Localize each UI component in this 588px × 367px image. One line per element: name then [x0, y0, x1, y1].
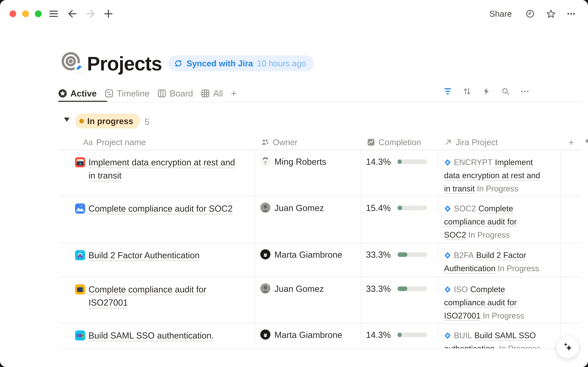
project-name-link[interactable]: Complete compliance audit for ISO27001	[89, 283, 242, 309]
automations-icon[interactable]	[482, 87, 491, 96]
more-columns-indicator[interactable]	[586, 139, 588, 143]
column-header-owner[interactable]: Owner	[255, 135, 361, 150]
completion-cell: 14.3%	[361, 150, 438, 167]
owner-avatar	[260, 284, 270, 293]
history-clock-icon[interactable]	[526, 9, 535, 18]
close-window-button[interactable]	[9, 10, 16, 17]
sync-time: 10 hours ago	[257, 58, 306, 68]
jira-project-cell: B2FABuild 2 Factor AuthenticationIn Prog…	[438, 243, 561, 277]
completion-bar	[398, 252, 427, 257]
notion-window: Share Projects Synced with Jira 10 hours…	[0, 0, 588, 367]
project-name-cell: Build 2 Factor Authentication	[58, 243, 255, 277]
column-header-project-name[interactable]: Aa Project name	[58, 135, 255, 150]
project-icon[interactable]	[75, 284, 85, 294]
jira-status: In Progress	[498, 264, 539, 273]
group-label: In progress	[87, 116, 133, 126]
owner-cell: Juan Gomez	[255, 196, 361, 243]
jira-icon	[444, 330, 451, 337]
sync-arrows-icon	[174, 59, 182, 68]
tab-active[interactable]: Active	[58, 88, 97, 99]
table-row: Build SAML SSO authentication. Marta Gia…	[58, 323, 582, 349]
owner-name: Juan Gomez	[274, 203, 324, 213]
owner-cell: Marta Giambrone	[255, 323, 361, 348]
jira-key: ISO	[454, 285, 468, 294]
jira-project-link[interactable]: BUILBuild SAML SSO authentication.In Pro…	[444, 329, 542, 348]
project-name-cell: Build SAML SSO authentication.	[58, 323, 255, 348]
jira-icon	[444, 284, 451, 291]
jira-badge-icon	[75, 63, 84, 73]
completion-percent: 33.3%	[366, 250, 391, 260]
page-title[interactable]: Projects	[87, 52, 162, 75]
owner-avatar	[260, 156, 270, 167]
tab-all[interactable]: All	[201, 88, 223, 99]
back-icon[interactable]	[68, 9, 77, 18]
page-icon-target[interactable]	[61, 52, 84, 75]
completion-bar	[398, 286, 427, 291]
jira-project-link[interactable]: ISOComplete compliance audit for ISO2700…	[444, 283, 542, 322]
owner-avatar	[260, 249, 270, 259]
owner-name: Marta Giambrone	[274, 249, 342, 260]
owner-avatar	[260, 203, 270, 213]
add-view-button[interactable]: +	[231, 89, 237, 98]
minimize-window-button[interactable]	[22, 10, 29, 17]
completion-percent: 14.3%	[366, 330, 391, 340]
column-header-jira-project[interactable]: Jira Project	[438, 135, 561, 150]
completion-percent: 15.4%	[366, 203, 391, 213]
status-dot-icon	[79, 119, 84, 123]
table-header-row: Aa Project name Owner Completion Jira P	[58, 135, 582, 150]
completion-bar	[398, 333, 427, 337]
jira-project-cell: BUILBuild SAML SSO authentication.In Pro…	[438, 323, 561, 348]
jira-project-link[interactable]: B2FABuild 2 Factor AuthenticationIn Prog…	[444, 249, 542, 275]
zoom-window-button[interactable]	[35, 10, 42, 17]
group-count: 5	[145, 117, 149, 127]
sidebar-menu-icon[interactable]	[49, 9, 58, 18]
jira-project-cell: ENCRYPTImplement data encryption at rest…	[438, 150, 561, 196]
jira-sync-badge[interactable]: Synced with Jira 10 hours ago	[168, 55, 314, 71]
filter-icon[interactable]	[443, 87, 452, 96]
owner-cell: Juan Gomez	[255, 277, 361, 323]
favorite-star-icon[interactable]	[546, 9, 555, 18]
jira-status: In Progress	[477, 184, 518, 193]
window-more-icon[interactable]	[567, 9, 576, 18]
group-status-badge[interactable]: In progress	[75, 114, 140, 129]
share-button[interactable]: Share	[489, 9, 512, 19]
sort-icon[interactable]	[463, 87, 472, 96]
jira-project-cell: SOC2Complete compliance audit for SOC2In…	[438, 196, 561, 243]
project-icon[interactable]	[75, 157, 85, 167]
owner-cell: Marta Giambrone	[255, 243, 361, 277]
jira-status: In Progress	[468, 230, 510, 239]
jira-project-link[interactable]: ENCRYPTImplement data encryption at rest…	[444, 156, 542, 195]
jira-key: B2FA	[454, 251, 474, 260]
table-row: Complete compliance audit for ISO27001 J…	[58, 277, 582, 323]
project-name-link[interactable]: Build 2 Factor Authentication	[89, 249, 242, 262]
project-name-link[interactable]: Build SAML SSO authentication.	[89, 329, 242, 342]
ai-assistant-button[interactable]	[556, 336, 579, 359]
forward-icon[interactable]	[86, 9, 95, 18]
project-icon[interactable]	[75, 330, 85, 341]
owner-name: Marta Giambrone	[274, 329, 342, 340]
jira-project-link[interactable]: SOC2Complete compliance audit for SOC2In…	[444, 202, 542, 242]
project-name-link[interactable]: Implement data encryption at rest and in…	[89, 156, 242, 182]
view-action-bar	[443, 87, 529, 96]
new-tab-icon[interactable]	[104, 9, 113, 18]
completion-percent: 14.3%	[366, 157, 391, 167]
empty-cell	[561, 243, 582, 277]
tab-timeline[interactable]: Timeline	[105, 88, 149, 99]
project-name-link[interactable]: Complete compliance audit for SOC2	[89, 202, 242, 215]
tab-board[interactable]: Board	[157, 88, 193, 99]
table-row: Complete compliance audit for SOC2 Juan …	[58, 196, 582, 243]
project-icon[interactable]	[75, 203, 85, 214]
add-column-button[interactable]: +	[561, 135, 582, 150]
column-header-completion[interactable]: Completion	[361, 135, 438, 150]
view-more-icon[interactable]	[521, 87, 529, 96]
jira-status: In Progress	[483, 311, 524, 320]
tabs-divider	[58, 102, 583, 102]
jira-icon	[444, 203, 451, 210]
view-tabs: Active Timeline Board All +	[58, 86, 237, 101]
group-collapse-toggle[interactable]	[64, 117, 69, 122]
completion-percent: 33.3%	[366, 284, 391, 294]
completion-cell: 15.4%	[361, 196, 438, 213]
search-icon[interactable]	[501, 87, 510, 96]
project-icon[interactable]	[75, 250, 85, 260]
jira-icon	[444, 157, 451, 164]
